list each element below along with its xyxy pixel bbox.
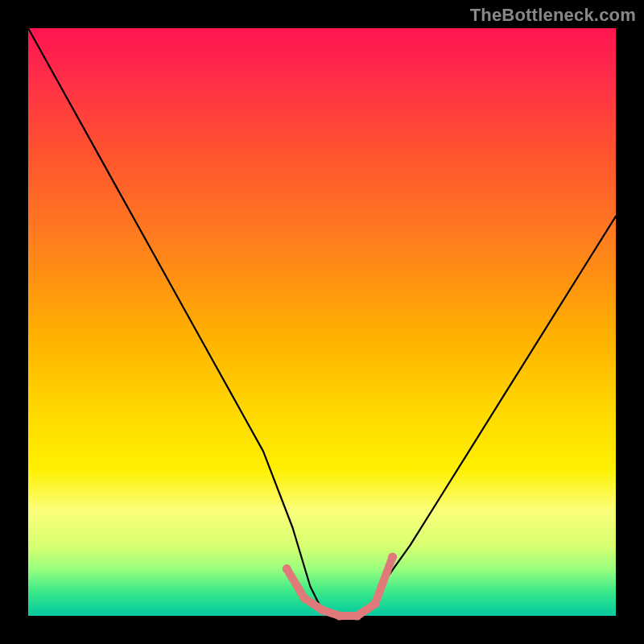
svg-line-5 xyxy=(375,557,393,604)
chart-container: TheBottleneck.com xyxy=(0,0,644,644)
sweet-spot-highlight xyxy=(283,553,397,621)
watermark-text: TheBottleneck.com xyxy=(470,5,636,26)
svg-point-11 xyxy=(370,600,379,609)
svg-point-10 xyxy=(353,612,361,621)
bottleneck-curve xyxy=(28,28,616,616)
svg-point-12 xyxy=(388,553,397,562)
svg-line-0 xyxy=(287,569,304,599)
svg-point-9 xyxy=(335,612,344,621)
svg-point-8 xyxy=(318,605,327,614)
svg-point-6 xyxy=(283,564,291,573)
svg-point-7 xyxy=(300,594,309,603)
chart-svg xyxy=(28,28,616,616)
